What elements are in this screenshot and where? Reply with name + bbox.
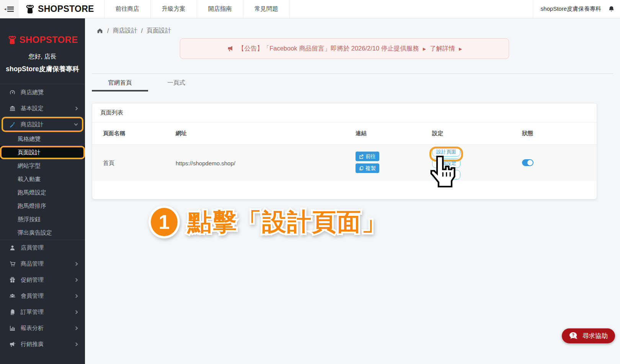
announcement-arrow: ▸ [459, 45, 462, 52]
sidebar-item-label: 基本設定 [21, 105, 44, 112]
home-icon[interactable] [96, 28, 103, 34]
sidebar-item-label: 商品管理 [21, 260, 44, 268]
sidebar-subitem-label: 跑馬燈設定 [18, 189, 46, 196]
status-toggle[interactable] [522, 159, 534, 166]
topnav-store-name: shopStore皮膚保養專科 [541, 5, 601, 13]
sidebar-subitem-label: 載入動畫 [18, 176, 41, 183]
sidebar-subitem-label: 彈出廣告設定 [18, 229, 52, 237]
sidebar-item-basic-settings[interactable]: 基本設定 [0, 100, 85, 116]
topnav-logo[interactable]: SHOPSTORE [18, 0, 104, 18]
sidebar-subitem-style-overview[interactable]: 風格總覽 [0, 132, 85, 146]
sidebar-subitem-label: 風格總覽 [18, 135, 41, 143]
sidebar-subitem-label: 網站字型 [18, 162, 41, 170]
go-to-page-button[interactable]: 前往 [356, 152, 379, 161]
notification-bell-icon[interactable] [608, 5, 615, 13]
clerk-icon [8, 245, 16, 251]
col-header-links: 連結 [356, 130, 432, 137]
announcement-message: 【公告】「Facebook 商品留言」即將於 2026/2/10 停止提供服務 [238, 44, 419, 53]
tutorial-highlight-ring [0, 146, 85, 159]
sidebar-item-order-management[interactable]: 訂單管理 [0, 304, 85, 320]
sidebar-item-label: 促銷管理 [21, 276, 44, 284]
gift-icon [8, 277, 16, 283]
sidebar-item-label: 會員管理 [21, 292, 44, 300]
announcement-banner: 【公告】「Facebook 商品留言」即將於 2026/2/10 停止提供服務 … [180, 38, 509, 59]
shopstore-logo-icon [25, 4, 35, 14]
orders-icon [8, 309, 16, 315]
main-content: / 商店設計 / 頁面設計 【公告】「Facebook 商品留言」即將於 202… [85, 18, 620, 364]
table-row: 首頁 https://shopdemo.shop/ 前往 複製 設 [92, 144, 597, 181]
sidebar-subitem-popup-ad-settings[interactable]: 彈出廣告設定 [0, 226, 85, 240]
page-tabs: 官網首頁 一頁式 [92, 73, 613, 91]
bank-icon [8, 105, 16, 112]
step-number-badge: 1 [148, 206, 180, 238]
sidebar-subitem-marquee-order[interactable]: 跑馬燈排序 [0, 199, 85, 213]
topnav-item-faq[interactable]: 常見問題 [243, 0, 290, 18]
topnav-item-store-guide[interactable]: 開店指南 [197, 0, 243, 18]
sidebar-subitem-marquee-settings[interactable]: 跑馬燈設定 [0, 186, 85, 199]
link-buttons-cell: 前往 複製 [356, 145, 432, 181]
breadcrumb-page-design[interactable]: 頁面設計 [147, 27, 171, 35]
card-footer-space [92, 181, 597, 199]
annotation-text: 點擊「設計頁面」 [188, 206, 387, 238]
sidebar-item-report-analysis[interactable]: 報表分析 [0, 320, 85, 336]
chevron-right-icon [74, 342, 78, 346]
col-header-page-name: 頁面名稱 [103, 130, 176, 137]
topnav-item-go-store[interactable]: 前往商店 [104, 0, 150, 18]
chevron-right-icon [74, 310, 78, 314]
breadcrumb: / 商店設計 / 頁面設計 [96, 27, 613, 35]
sidebar-item-promotion-management[interactable]: 促銷管理 [0, 272, 85, 288]
topnav-logo-text: SHOPSTORE [38, 4, 94, 14]
tab-one-page[interactable]: 一頁式 [148, 74, 204, 91]
seek-help-button[interactable]: ? 尋求協助 [562, 328, 615, 343]
sidebar-collapse-button[interactable]: ◂ [0, 0, 18, 18]
shopstore-logo-icon [7, 35, 17, 45]
sidebar-item-store-overview[interactable]: 商店總覽 [0, 84, 85, 100]
sidebar-logo: SHOPSTORE [0, 34, 85, 45]
help-chat-icon: ? [569, 332, 579, 340]
sidebar-subitem-site-font[interactable]: 網站字型 [0, 159, 85, 173]
chevron-right-icon [74, 294, 78, 298]
sidebar-item-label: 商店設計 [21, 121, 44, 128]
sidebar-subitem-page-design[interactable]: 頁面設計 [0, 146, 85, 159]
sidebar-item-marketing-promotion[interactable]: 行銷推廣 [0, 336, 85, 352]
collapse-arrow-icon: ◂ [4, 7, 7, 11]
design-page-button[interactable]: 設計頁面 [432, 147, 460, 157]
copy-link-button[interactable]: 複製 [356, 163, 379, 173]
sidebar-subitem-floating-button[interactable]: 懸浮按鈕 [0, 213, 85, 226]
settings-button-obscured[interactable] [432, 170, 460, 180]
table-header-row: 頁面名稱 網址 連結 設定 狀態 [92, 122, 597, 144]
sidebar-item-label: 行銷推廣 [21, 341, 44, 348]
sidebar-subitem-label: 跑馬燈排序 [18, 202, 46, 210]
chart-icon [8, 325, 16, 331]
edit-settings-button[interactable]: 編輯設定 [432, 158, 460, 168]
copy-icon [359, 166, 364, 171]
sidebar-item-store-design[interactable]: 商店設計 [0, 116, 85, 132]
card-title: 頁面列表 [92, 103, 597, 122]
announcement-learn-more-link[interactable]: 了解詳情 [430, 44, 455, 53]
page-list-card: 頁面列表 頁面名稱 網址 連結 設定 狀態 首頁 https://shopdem… [92, 103, 597, 199]
chevron-right-icon [74, 326, 78, 330]
breadcrumb-store-design[interactable]: 商店設計 [113, 27, 137, 35]
chevron-right-icon [74, 262, 78, 266]
tab-official-homepage[interactable]: 官網首頁 [92, 74, 148, 91]
cart-icon [8, 261, 16, 267]
screen: ◂ SHOPSTORE 前往商店 升級方案 開店指南 常見問題 shopStor… [0, 0, 620, 364]
tutorial-annotation: 1 點擊「設計頁面」 [148, 206, 613, 238]
sidebar-subitem-loading-animation[interactable]: 載入動畫 [0, 173, 85, 186]
topnav-item-upgrade-plan[interactable]: 升級方案 [150, 0, 197, 18]
breadcrumb-separator: / [107, 28, 109, 34]
sidebar-greeting: 您好, 店長 shopStore皮膚保養專科 [0, 53, 85, 84]
sidebar-item-product-management[interactable]: 商品管理 [0, 256, 85, 272]
svg-text:?: ? [572, 333, 574, 337]
sidebar-item-member-management[interactable]: 會員管理 [0, 288, 85, 304]
greeting-text: 您好, 店長 [0, 53, 85, 61]
megaphone-icon [8, 341, 16, 348]
members-icon [8, 293, 16, 299]
sidebar-item-label: 商店總覽 [21, 89, 44, 96]
col-header-settings: 設定 [432, 130, 522, 137]
sidebar-subitem-label: 頁面設計 [18, 149, 41, 156]
chevron-right-icon [74, 278, 78, 282]
greeting-store-name: shopStore皮膚保養專科 [0, 64, 85, 73]
sidebar-item-clerk-management[interactable]: 店員管理 [0, 240, 85, 256]
hamburger-icon [7, 5, 14, 13]
